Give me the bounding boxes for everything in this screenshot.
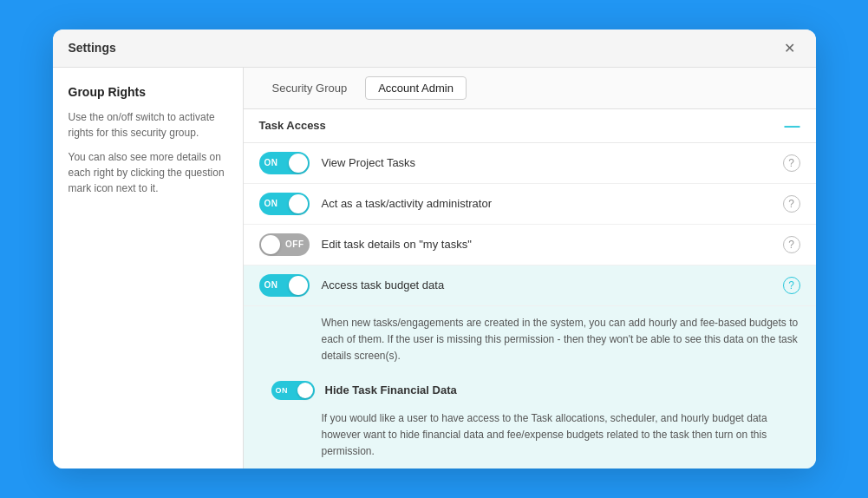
permission-label-view-project-tasks: View Project Tasks: [322, 156, 783, 169]
modal-body: Group Rights Use the on/off switch to ac…: [53, 68, 816, 469]
sub-permission-label-hide-financial: Hide Task Financial Data: [325, 383, 457, 396]
budget-sub-section: When new tasks/engagements are created i…: [244, 306, 816, 469]
permission-row-edit-task-details: OFF Edit task details on "my tasks" ?: [244, 225, 816, 265]
section-header: Task Access —: [244, 109, 816, 143]
help-icon-access-budget[interactable]: ?: [783, 277, 800, 294]
sub-toggle-knob: [297, 383, 313, 398]
toggle-view-project-tasks[interactable]: ON: [259, 152, 310, 174]
toggle-knob: [289, 154, 308, 173]
sidebar-title: Group Rights: [69, 85, 227, 99]
sidebar: Group Rights Use the on/off switch to ac…: [53, 68, 244, 469]
toggle-act-as-admin[interactable]: ON: [259, 193, 310, 215]
modal-title: Settings: [69, 41, 116, 55]
permission-label-act-as-admin: Act as a task/activity administrator: [322, 197, 783, 210]
toggle-edit-task-details[interactable]: OFF: [259, 233, 310, 256]
modal-header: Settings ✕: [53, 29, 816, 68]
toggle-knob-4: [289, 276, 308, 295]
help-icon-edit-task-details[interactable]: ?: [783, 236, 800, 253]
tabs-bar: Security Group Account Admin: [244, 68, 816, 109]
toggle-label-on: ON: [264, 158, 278, 167]
collapse-icon[interactable]: —: [785, 118, 800, 134]
close-button[interactable]: ✕: [779, 38, 800, 58]
budget-sub-desc: When new tasks/engagements are created i…: [259, 315, 800, 365]
sidebar-desc-1: Use the on/off switch to activate rights…: [69, 109, 227, 141]
help-icon-view-project-tasks[interactable]: ?: [783, 154, 800, 172]
sub-permission-row-hide-financial: ON Hide Task Financial Data: [259, 376, 800, 405]
permission-row-access-budget: ON Access task budget data ?: [244, 265, 816, 306]
sub-toggle-label: ON: [276, 386, 289, 395]
content-area: Security Group Account Admin Task Access…: [244, 68, 816, 469]
permission-row-act-as-admin: ON Act as a task/activity administrator …: [244, 184, 816, 225]
help-icon-act-as-admin[interactable]: ?: [783, 195, 800, 213]
toggle-label-on-2: ON: [264, 199, 278, 208]
permission-label-edit-task-details: Edit task details on "my tasks": [322, 238, 783, 251]
budget-sub-sub-desc: If you would like a user to have access …: [259, 410, 800, 461]
sidebar-desc-2: You can also see more details on each ri…: [69, 149, 227, 196]
section-title: Task Access: [259, 119, 326, 132]
sub-toggle-hide-financial[interactable]: ON: [271, 381, 315, 400]
tab-account-admin[interactable]: Account Admin: [365, 76, 467, 100]
toggle-knob-2: [289, 194, 308, 213]
toggle-access-budget[interactable]: ON: [259, 274, 310, 297]
permission-label-access-budget: Access task budget data: [322, 278, 783, 292]
settings-modal: Settings ✕ Group Rights Use the on/off s…: [53, 29, 816, 469]
toggle-knob-3: [261, 235, 280, 254]
toggle-label-on-4: ON: [264, 280, 278, 290]
permission-row-view-project-tasks: ON View Project Tasks ?: [244, 143, 816, 184]
toggle-label-off: OFF: [285, 239, 304, 249]
tab-security-group[interactable]: Security Group: [259, 76, 361, 100]
